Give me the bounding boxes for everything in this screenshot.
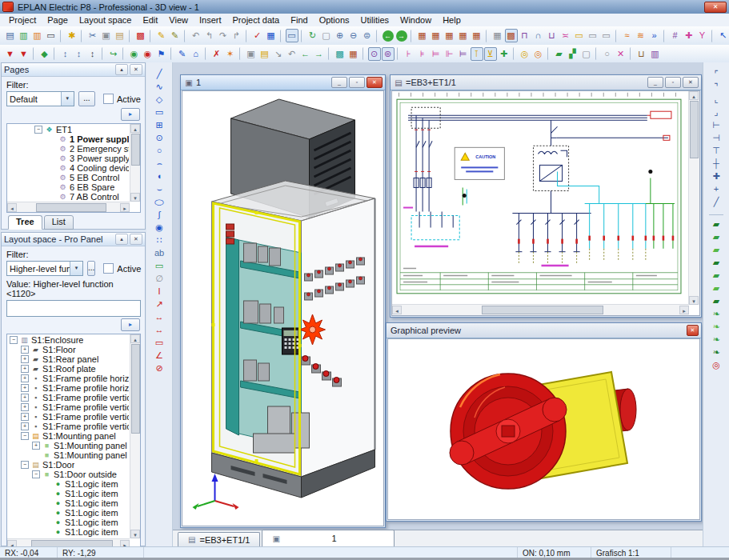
terminal-e-icon[interactable]: ⊨: [457, 47, 470, 61]
minimize-button[interactable]: _: [647, 77, 663, 88]
tab-list[interactable]: List: [44, 215, 74, 230]
layer-f-icon[interactable]: ▰: [707, 282, 725, 295]
chevron-down-icon[interactable]: ▼: [70, 262, 82, 275]
grid-display-icon[interactable]: ▦: [491, 29, 504, 42]
scroll-left-icon[interactable]: ◂: [392, 306, 402, 314]
title-bar[interactable]: EPLAN Electric P8 - Professional - 3D vi…: [0, 0, 729, 14]
tree-item[interactable]: − ▤ S1:Mounting panel: [7, 431, 129, 441]
refresh-icon[interactable]: ↻: [306, 29, 319, 42]
menu-item[interactable]: Project data: [227, 14, 286, 26]
layout-filter-combobox[interactable]: Higher-level func ▼: [6, 261, 83, 276]
tree-item[interactable]: + ▰ S1:Roof plate: [7, 364, 129, 374]
tree-item[interactable]: + ▰ S1:Rear panel: [7, 354, 129, 364]
report-icon[interactable]: ▥: [649, 47, 662, 61]
tree-item[interactable]: + ▪ S1:Frame profile vertical right: [7, 412, 129, 422]
pages-panel-header[interactable]: Pages ▴ ✕: [2, 63, 145, 77]
tree-expander[interactable]: +: [21, 346, 29, 354]
pages-filter-combobox[interactable]: Default ▼: [6, 91, 74, 106]
tree-item[interactable]: − ■ S1:Door outside: [7, 470, 129, 479]
dim-linear-b-icon[interactable]: ↔: [150, 324, 168, 337]
maximize-button[interactable]: ▫: [665, 77, 681, 88]
settings-icon[interactable]: ✱: [66, 29, 78, 42]
workbook-icon[interactable]: ▭: [286, 29, 298, 42]
menu-item[interactable]: Utilities: [355, 14, 395, 26]
sym-circle-b-icon[interactable]: ⊚: [382, 47, 395, 61]
menu-item[interactable]: Project: [3, 14, 42, 26]
tree-item-page[interactable]: ⚙ 5 EB Control: [7, 173, 129, 182]
scroll-thumb[interactable]: [690, 101, 699, 158]
tree-expander[interactable]: −: [34, 126, 42, 134]
text-icon[interactable]: ab: [150, 247, 168, 260]
close-button[interactable]: ✕: [367, 77, 383, 88]
plc-b-icon[interactable]: ▞: [567, 47, 579, 61]
scroll-right-icon[interactable]: ▸: [120, 203, 130, 212]
tree-item-page[interactable]: ⚙ 1 Power supply: [7, 134, 129, 144]
undo2-icon[interactable]: ↶: [286, 47, 298, 61]
rectangle-icon[interactable]: ▭: [150, 106, 168, 119]
pointer-icon[interactable]: ↖: [717, 29, 729, 42]
tab-3d-view[interactable]: ▣ 1: [262, 530, 395, 546]
schematic-vscrollbar[interactable]: ▴ ▾: [688, 91, 699, 305]
back-icon[interactable]: ←: [383, 30, 394, 42]
copy-icon[interactable]: ▣: [100, 29, 113, 42]
3d-window-titlebar[interactable]: ▣ 1 _ ▫ ✕: [181, 75, 385, 90]
tree-item-page[interactable]: ⚙ 4 Cooling device: [7, 163, 129, 173]
arc-icon[interactable]: ⌢: [150, 158, 168, 170]
cursor-text-icon[interactable]: I: [150, 286, 168, 298]
cut-icon[interactable]: ✂: [86, 29, 99, 42]
tree-item[interactable]: + ▪ S1:Frame profile vertical left fr: [7, 393, 129, 402]
next-page-icon[interactable]: →: [313, 47, 326, 61]
zoom-in-icon[interactable]: ⊕: [334, 29, 346, 42]
point-grid-icon[interactable]: #: [669, 29, 682, 42]
t-node-c-icon[interactable]: ⊤: [707, 145, 725, 158]
layout-tree-vscrollbar[interactable]: ▴ ▾: [130, 334, 140, 538]
undo-icon[interactable]: ↶: [190, 29, 202, 42]
apply-value-button[interactable]: ▸: [121, 318, 140, 331]
navigator-filter-b-icon[interactable]: ▼: [18, 47, 30, 61]
delete-star-icon[interactable]: ✶: [224, 47, 237, 61]
spline-icon[interactable]: ∫: [150, 209, 168, 222]
handles-a-icon[interactable]: ▭: [587, 29, 599, 42]
conn-insert-icon[interactable]: »: [648, 29, 661, 42]
tree-item[interactable]: + ▰ S1:Floor: [7, 345, 129, 354]
scroll-thumb[interactable]: [131, 134, 140, 166]
pen-arrow-icon[interactable]: ↗: [150, 298, 168, 311]
tree-item-enclosure[interactable]: − ▥ S1:Enclosure: [7, 335, 129, 345]
device-error-icon[interactable]: ◉: [142, 47, 154, 61]
frame-dotted-icon[interactable]: ▢: [580, 47, 593, 61]
circle-icon[interactable]: ○: [150, 145, 168, 158]
scroll-up-icon[interactable]: ▴: [689, 91, 699, 100]
terminal-h-icon[interactable]: ✚: [498, 47, 511, 61]
polygon-icon[interactable]: ◇: [150, 94, 168, 106]
grid-e-icon[interactable]: ▦: [471, 29, 483, 42]
spiral-icon[interactable]: ◉: [150, 222, 168, 234]
target-icon[interactable]: ◎: [707, 359, 725, 372]
prev-page-icon[interactable]: ←: [299, 47, 312, 61]
tree-expander[interactable]: +: [32, 442, 40, 450]
schematic-hscrollbar[interactable]: ◂ ▸: [392, 304, 689, 315]
menu-item[interactable]: Layout space: [74, 14, 137, 26]
scroll-down-icon[interactable]: ▾: [130, 530, 140, 538]
menu-item[interactable]: Options: [314, 14, 355, 26]
snap-center-icon[interactable]: ∩: [532, 29, 545, 42]
tree-item[interactable]: ● S1:Logic item: [7, 498, 129, 508]
zoom-whole-icon[interactable]: ⊜: [361, 29, 374, 42]
sort-a-icon[interactable]: ↕: [59, 47, 72, 61]
scroll-right-icon[interactable]: ▸: [679, 306, 689, 314]
scroll-down-icon[interactable]: ▾: [130, 193, 140, 202]
close-button[interactable]: ✕: [687, 325, 699, 336]
sync-table-icon[interactable]: ▦: [347, 47, 360, 61]
goto-graphic-icon[interactable]: ↪: [107, 47, 120, 61]
t-node-b-icon[interactable]: ⊣: [707, 132, 725, 145]
paste-icon[interactable]: ▤: [114, 29, 126, 42]
tree-expander[interactable]: −: [21, 461, 29, 469]
tree-item[interactable]: ● S1:Logic item: [7, 527, 129, 537]
panel-collapse-button[interactable]: ▴: [115, 64, 128, 75]
snap-logic-icon[interactable]: ≍: [559, 29, 572, 42]
layout-panel-header[interactable]: Layout space - Pro Panel ▴ ✕: [2, 233, 145, 246]
dimension-chain-icon[interactable]: ∅: [150, 273, 168, 286]
tab-tree[interactable]: Tree: [8, 215, 42, 230]
layer-b-icon[interactable]: ▰: [707, 231, 725, 244]
new-page2-icon[interactable]: ▤: [258, 47, 271, 61]
undo-list-icon[interactable]: ↰: [203, 29, 216, 42]
